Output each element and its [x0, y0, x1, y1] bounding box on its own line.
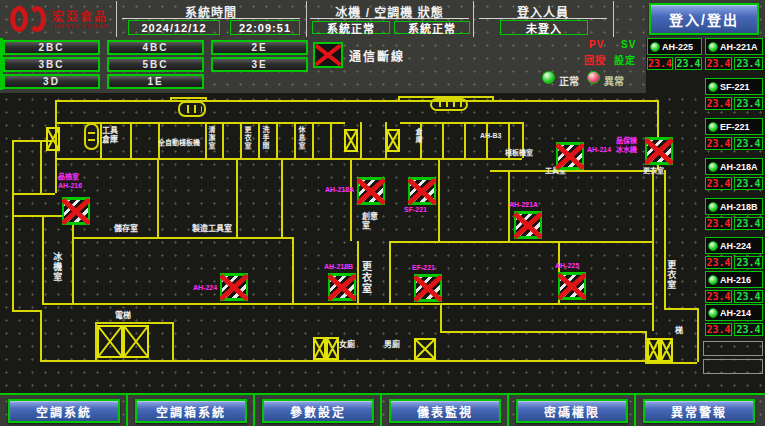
login-status-value: 未登入	[500, 20, 588, 35]
room-label: 男廁	[384, 340, 400, 349]
unit-button-AH-216[interactable]: AH-216	[705, 271, 763, 288]
nav-button-5[interactable]: 密碼權限	[516, 399, 628, 423]
wall	[664, 308, 697, 310]
wall	[294, 122, 296, 158]
normal-led-icon	[542, 71, 555, 84]
floor-button-2E[interactable]: 2E	[211, 40, 308, 55]
room-label: 女廁	[339, 340, 355, 349]
wall	[492, 96, 494, 100]
comm-loss-unit-AH-214[interactable]	[556, 142, 584, 170]
room-label: 儲存室	[114, 224, 138, 233]
unit-pv-value: 23.4	[705, 177, 732, 190]
wall	[440, 331, 645, 333]
comm-loss-unit-chiller[interactable]	[645, 137, 673, 165]
room-label: 工具 倉庫	[102, 126, 118, 144]
unit-button-AH-214[interactable]: AH-214	[705, 304, 763, 321]
comm-loss-unit-AH-221A[interactable]	[514, 211, 542, 239]
chiller-status-value: 系統正常	[312, 21, 390, 34]
stairs-icon	[430, 98, 468, 111]
pv-name-label: 回授	[584, 52, 606, 67]
unit-button-SF-221[interactable]: SF-221	[705, 78, 763, 95]
wall	[236, 158, 238, 237]
system-time-value: 22:09:51	[230, 20, 300, 35]
unit-pv-value: 23.4	[705, 323, 732, 336]
floor-button-4BC[interactable]: 4BC	[107, 40, 204, 55]
nav-button-3[interactable]: 參數設定	[262, 399, 374, 423]
nav-separator	[634, 395, 636, 426]
nav-separator	[380, 395, 382, 426]
wall	[350, 158, 352, 241]
floor-button-2BC[interactable]: 2BC	[3, 40, 100, 55]
comm-loss-unit-AH-218A[interactable]	[357, 177, 385, 205]
unit-button-AH-218A[interactable]: AH-218A	[705, 158, 763, 175]
unit-name: SF-221	[720, 82, 750, 92]
room-label: 休息室	[297, 126, 305, 150]
wall	[330, 122, 332, 158]
abnormal-label: 異常	[604, 73, 624, 88]
unit-sv-value: 23.4	[734, 97, 763, 110]
unit-name: AH-221A	[720, 42, 758, 52]
room-label: 洗手間	[261, 126, 269, 150]
unit-name: AH-225	[662, 42, 693, 52]
comm-loss-unit-AH-225[interactable]	[558, 272, 586, 300]
unit-pv-value: 23.4	[705, 137, 732, 150]
comm-loss-unit-AH-218B[interactable]	[328, 273, 356, 301]
unit-sv-value: 23.4	[734, 217, 763, 230]
status-led-icon	[708, 162, 718, 172]
floor-button-3BC[interactable]: 3BC	[3, 57, 100, 72]
nav-button-4[interactable]: 儀表監視	[389, 399, 501, 423]
wall	[240, 122, 242, 158]
unit-plan-label: AH-225	[555, 261, 579, 270]
unit-button-AH-221A[interactable]: AH-221A	[705, 38, 763, 55]
empty-slot	[703, 359, 763, 374]
status-led-icon	[708, 275, 718, 285]
wall	[42, 303, 652, 305]
wall	[389, 241, 391, 303]
logo-title: 宏亞食品	[52, 7, 108, 24]
stair-hatch-icon	[386, 129, 400, 152]
nav-button-6[interactable]: 異常警報	[643, 399, 755, 423]
unit-button-EF-221[interactable]: EF-221	[705, 118, 763, 135]
unit-button-AH-224[interactable]: AH-224	[705, 237, 763, 254]
nav-separator	[253, 395, 255, 426]
floor-button-3D[interactable]: 3D	[3, 74, 100, 89]
comm-loss-unit-SF-221[interactable]	[408, 177, 436, 205]
unit-button-AH-218B[interactable]: AH-218B	[705, 198, 763, 215]
room-label: 全自動棧板機	[158, 139, 200, 147]
wall	[652, 170, 654, 331]
wall	[40, 140, 42, 193]
nav-button-2[interactable]: 空調箱系統	[135, 399, 247, 423]
unit-pv-value: 23.4	[705, 57, 732, 70]
wall	[222, 122, 224, 158]
unit-sv-value: 23.4	[734, 137, 763, 150]
wall	[400, 122, 522, 124]
unit-sv-value: 23.4	[734, 290, 763, 303]
unit-plan-label: EF-221	[412, 263, 435, 272]
wall	[72, 237, 292, 239]
unit-name: EF-221	[720, 122, 750, 132]
wall	[442, 122, 444, 158]
wall	[55, 100, 657, 102]
stair-hatch-icon	[97, 325, 149, 358]
status-led-icon	[708, 202, 718, 212]
login-logout-button[interactable]: 登入/登出	[649, 3, 759, 35]
floor-button-1E[interactable]: 1E	[107, 74, 204, 89]
unit-button-AH-225[interactable]: AH-225	[647, 38, 702, 55]
floor-button-3E[interactable]: 3E	[211, 57, 308, 72]
comm-loss-unit-AH-216[interactable]	[62, 197, 90, 225]
wall	[12, 140, 14, 310]
nav-button-1[interactable]: 空調系統	[8, 399, 120, 423]
floor-button-5BC[interactable]: 5BC	[107, 57, 204, 72]
stairs-icon	[178, 101, 206, 117]
comm-loss-unit-EF-221[interactable]	[414, 274, 442, 302]
wall	[42, 215, 44, 303]
status-led-icon	[708, 82, 718, 92]
comm-loss-legend-icon	[313, 42, 343, 68]
unit-pv-value: 23.4	[705, 256, 732, 269]
comm-loss-unit-AH-224[interactable]	[220, 273, 248, 301]
wall	[95, 322, 172, 324]
room-label: 創意 室	[362, 212, 378, 230]
unit-pv-value: 23.4	[647, 57, 673, 70]
room-label: 製造工具室	[192, 224, 232, 233]
room-label: AH-B3	[480, 132, 501, 140]
